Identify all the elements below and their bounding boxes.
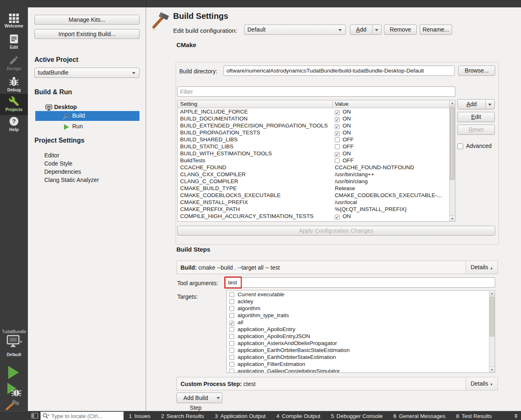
target-row[interactable]: all: [227, 319, 489, 326]
target-row[interactable]: algorithm_type_traits: [227, 312, 489, 319]
target-row[interactable]: application_FilterEstimation: [227, 361, 489, 368]
mode-welcome[interactable]: Welcome: [0, 11, 28, 32]
target-row[interactable]: ackley: [227, 298, 489, 305]
output-pane-button[interactable]: 1Issues: [129, 413, 151, 419]
table-row[interactable]: CLANG_CXX_COMPILER /usr/bin/clang++: [178, 171, 449, 178]
target-checkbox[interactable]: [229, 306, 234, 311]
scroll-down-arrow[interactable]: ▼: [489, 367, 495, 372]
value-checkbox[interactable]: [335, 131, 340, 136]
target-checkbox[interactable]: [229, 299, 234, 304]
toggle-sidebar-icon[interactable]: [31, 413, 38, 419]
table-row[interactable]: COMPILE_HIGH_ACCURACY_ESTIMATION_TESTS O…: [178, 213, 449, 220]
table-row[interactable]: CLANG_C_COMPILER /usr/bin/clang: [178, 178, 449, 185]
targets-scrollbar[interactable]: ▲ ▼: [489, 291, 495, 372]
debug-run-button[interactable]: [5, 382, 21, 397]
table-row[interactable]: CMAKE_INSTALL_PREFIX /usr/local: [178, 199, 449, 206]
kit-monitor-icon[interactable]: [6, 335, 22, 350]
value-checkbox[interactable]: [335, 117, 340, 122]
project-settings-item[interactable]: Clang Static Analyzer: [44, 177, 99, 183]
run-button[interactable]: [5, 365, 21, 380]
table-row[interactable]: BUILD_WITH_ESTIMATION_TOOLS ON: [178, 150, 449, 157]
add-setting-menu-button[interactable]: [485, 100, 494, 109]
target-row[interactable]: application_ApolloEntry: [227, 326, 489, 333]
target-checkbox[interactable]: [229, 355, 234, 360]
target-row[interactable]: application_EarthOrbiterStateEstimation: [227, 354, 489, 361]
mode-help[interactable]: ? Help: [0, 115, 28, 136]
browse-button[interactable]: Browse...: [458, 66, 495, 76]
target-checkbox[interactable]: [229, 369, 234, 372]
column-setting[interactable]: Setting: [180, 101, 197, 107]
target-row[interactable]: application_AsterixAndObelixPropagator: [227, 340, 489, 347]
value-checkbox[interactable]: [335, 144, 340, 149]
add-configuration-button[interactable]: Add: [350, 25, 382, 35]
table-row[interactable]: BUILD_PROPAGATION_TESTS ON: [178, 129, 449, 136]
build-configuration-select[interactable]: Default: [244, 25, 346, 35]
table-row[interactable]: BUILD_SHARED_LIBS OFF: [178, 136, 449, 143]
target-row[interactable]: application_ApolloEntryJSON: [227, 333, 489, 340]
project-settings-item[interactable]: Editor: [44, 152, 59, 159]
value-checkbox[interactable]: [335, 124, 340, 129]
target-row[interactable]: application_EarthOrbiterBasicStateEstima…: [227, 347, 489, 354]
target-checkbox[interactable]: [229, 348, 234, 353]
table-row[interactable]: COMPILE_PROPAGATION_TESTS ON: [178, 220, 449, 221]
tree-item-build[interactable]: Build: [35, 111, 139, 121]
add-setting-button[interactable]: Add: [457, 99, 495, 109]
import-existing-build-button[interactable]: Import Existing Build...: [34, 29, 139, 39]
target-row[interactable]: Current executable: [227, 291, 489, 298]
scrollbar-thumb[interactable]: [490, 297, 494, 336]
tree-item-desktop[interactable]: Desktop: [54, 104, 77, 110]
value-checkbox[interactable]: [335, 110, 340, 115]
table-row[interactable]: CMAKE_CODEBLOCKS_EXECUTABLE CMAKE_CODEBL…: [178, 192, 449, 199]
add-build-step-button[interactable]: Add Build Step: [176, 393, 222, 403]
table-row[interactable]: CMAKE_PREFIX_PATH %{Qt:QT_INSTALL_PREFIX…: [178, 206, 449, 213]
output-pane-button[interactable]: 2Search Results: [161, 413, 204, 419]
tool-arguments-input[interactable]: [225, 277, 495, 288]
mode-edit[interactable]: Edit: [0, 33, 28, 53]
mode-projects[interactable]: Projects: [0, 94, 28, 115]
manage-kits-button[interactable]: Manage Kits...: [34, 15, 139, 25]
target-checkbox[interactable]: [229, 327, 234, 332]
target-checkbox[interactable]: [229, 292, 234, 297]
custom-step-details-button[interactable]: Details▼: [466, 377, 498, 390]
advanced-checkbox-row[interactable]: Advanced: [457, 143, 491, 149]
scrollbar-thumb[interactable]: [450, 107, 455, 180]
table-row[interactable]: BuildTests OFF: [178, 157, 449, 164]
table-row[interactable]: BUILD_EXTENDED_PRECISION_PROPAGATION_TOO…: [178, 122, 449, 129]
target-row[interactable]: application_GalileoConstellationSimulato…: [227, 368, 489, 372]
table-row[interactable]: CCACHE_FOUND CCACHE_FOUND-NOTFOUND: [178, 164, 449, 171]
target-checkbox[interactable]: [229, 334, 234, 339]
add-build-step-menu[interactable]: [215, 393, 222, 403]
target-checkbox[interactable]: [229, 341, 234, 346]
locator-input[interactable]: [51, 412, 123, 420]
value-checkbox[interactable]: [335, 158, 340, 163]
table-row[interactable]: CMAKE_BUILD_TYPE Release: [178, 185, 449, 192]
output-pane-button[interactable]: 5Debugger Console: [331, 413, 383, 419]
mode-debug[interactable]: Debug: [0, 75, 28, 96]
target-checkbox[interactable]: [229, 313, 234, 318]
build-step-details-button[interactable]: Details▲: [466, 261, 498, 274]
value-checkbox[interactable]: [335, 137, 340, 142]
project-settings-item[interactable]: Code Style: [44, 160, 72, 167]
locator[interactable]: [40, 411, 124, 420]
build-hammer-button[interactable]: [5, 399, 21, 410]
build-directory-input[interactable]: [224, 66, 455, 76]
project-settings-item[interactable]: Dependencies: [44, 168, 81, 175]
output-pane-button[interactable]: 3Application Output: [215, 413, 266, 419]
target-checkbox[interactable]: [229, 321, 234, 326]
value-checkbox[interactable]: [335, 152, 340, 157]
remove-configuration-button[interactable]: Remove: [384, 25, 417, 35]
active-project-select[interactable]: tudatBundle: [34, 68, 139, 78]
scroll-up-arrow[interactable]: ▲: [450, 100, 455, 106]
add-configuration-menu-button[interactable]: [372, 25, 381, 34]
value-checkbox[interactable]: [335, 215, 340, 220]
tree-item-run[interactable]: Run: [35, 122, 139, 131]
settings-table-scrollbar[interactable]: ▲ ▼: [449, 100, 455, 221]
table-row[interactable]: BUILD_STATIC_LIBS OFF: [178, 143, 449, 150]
target-checkbox[interactable]: [229, 362, 234, 367]
output-pane-button[interactable]: 4Compile Output: [276, 413, 320, 419]
edit-setting-button[interactable]: Edit: [457, 112, 495, 122]
table-row[interactable]: APPLE_INCLUDE_FORCE ON: [178, 108, 449, 115]
scroll-down-arrow[interactable]: ▼: [450, 216, 455, 221]
advanced-checkbox[interactable]: [457, 143, 463, 149]
column-value[interactable]: Value: [335, 101, 349, 107]
